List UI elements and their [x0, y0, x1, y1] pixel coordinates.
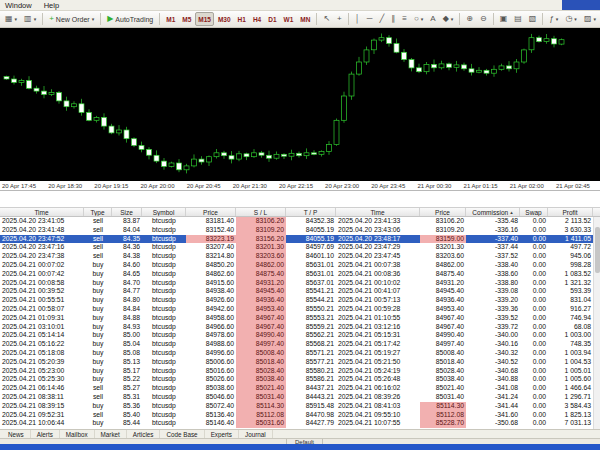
history-row[interactable]: 2025.04.21 08:39:15buy85.36btcusdp85072.… [0, 402, 600, 411]
table-scrollbar[interactable] [593, 217, 600, 429]
history-row[interactable]: 2025.04.21 00:55:51buy84.80btcusdp84926.… [0, 296, 600, 305]
column-header-close-time[interactable]: Time [336, 208, 420, 216]
history-row[interactable]: 2025.04.20 23:41:05sell83.87btcusdp83181… [0, 217, 600, 226]
column-header-symbol[interactable]: Symbol [142, 208, 186, 216]
tab-experts[interactable]: Experts [205, 430, 239, 438]
column-header-open-price[interactable]: Price [186, 208, 236, 216]
history-row[interactable]: 2025.04.21 05:25:30buy85.22btcusdp85026.… [0, 375, 600, 384]
cell-size: 84.65 [112, 270, 142, 279]
column-header-label: Size [120, 209, 133, 216]
arrow-style-button[interactable]: ◆▾ [440, 12, 457, 26]
arrange-charts-button[interactable]: ▧ [526, 12, 540, 26]
tab-news[interactable]: News [2, 430, 31, 438]
history-row[interactable]: 2025.04.21 00:07:02buy84.60btcusdp84850.… [0, 261, 600, 270]
column-header-size[interactable]: Size [112, 208, 142, 216]
indicators-button[interactable]: ƒ▾ [546, 12, 561, 26]
history-row[interactable]: 2025.04.21 01:09:31buy84.88btcusdp84958.… [0, 314, 600, 323]
history-row[interactable]: 2025.04.20 23:47:16sell84.36btcusdp83207… [0, 243, 600, 252]
vertical-line-button[interactable]: │ [352, 12, 363, 26]
cell-swap: 0.00 [520, 375, 548, 384]
history-row[interactable]: 2025.04.21 08:38:11sell85.31btcusdp85046… [0, 393, 600, 402]
fibonacci-button[interactable]: ≡ [399, 12, 410, 26]
crosshair-button[interactable]: + [334, 12, 345, 26]
cell-close-price: 84967.40 [420, 314, 466, 323]
timeframe-m5-button[interactable]: M5 [179, 12, 194, 26]
history-row[interactable]: 2025.04.21 10:06:44buy85.44btcusdp85146.… [0, 419, 600, 428]
column-header-type[interactable]: Type [84, 208, 112, 216]
cell-take-profit: 85550.21 [286, 305, 336, 314]
column-header-commission[interactable]: Commission▴ [466, 208, 520, 216]
tab-journal[interactable]: Journal [239, 430, 273, 438]
cell-stop-loss: 84931.20 [236, 279, 286, 288]
zoom-out-button[interactable]: ⊖ [477, 12, 490, 26]
history-row[interactable]: 2025.04.20 23:47:52sell84.35btcusdp83223… [0, 235, 600, 244]
column-header-close-price[interactable]: Price [420, 208, 466, 216]
history-row[interactable]: 2025.04.21 00:08:58buy84.70btcusdp84915.… [0, 279, 600, 288]
history-row[interactable]: 2025.04.21 05:18:08buy85.08btcusdp84996.… [0, 349, 600, 358]
cell-commission: -339.20 [466, 296, 520, 305]
horizontal-line-button[interactable]: ─ [364, 12, 376, 26]
history-row[interactable]: 2025.04.21 03:10:01buy84.93btcusdp84966.… [0, 323, 600, 332]
tile-windows-button[interactable]: ▣ [497, 12, 511, 26]
tab-articles[interactable]: Articles [127, 430, 161, 438]
column-header-open-time[interactable]: Time [0, 208, 84, 216]
timeframe-mn-button[interactable]: MN [297, 12, 313, 26]
profiles-button[interactable]: ▥▾ [21, 12, 39, 26]
timeframe-m15-button[interactable]: M15 [195, 12, 214, 26]
timeframe-m1-button[interactable]: M1 [163, 12, 178, 26]
cascade-windows-button[interactable]: ▤ [511, 12, 525, 26]
history-row[interactable]: 2025.04.20 23:47:38sell84.38btcusdp83214… [0, 252, 600, 261]
history-row[interactable]: 2025.04.21 05:14:14buy85.00btcusdp84978.… [0, 331, 600, 340]
timeframe-h1-button[interactable]: H1 [235, 12, 249, 26]
cell-open-price: 85016.60 [186, 367, 236, 376]
history-row[interactable]: 2025.04.21 00:58:07buy84.84btcusdp84942.… [0, 305, 600, 314]
column-header-swap[interactable]: Swap [520, 208, 548, 216]
history-row[interactable]: 2025.04.20 23:41:48sell84.04btcusdp83152… [0, 226, 600, 235]
periods-button[interactable]: ◷▾ [562, 12, 580, 26]
shapes-button[interactable]: ○▾ [411, 12, 426, 26]
tab-code-base[interactable]: Code Base [160, 430, 204, 438]
tab-mailbox[interactable]: Mailbox [60, 430, 95, 438]
autotrading-button[interactable]: ▶AutoTrading [104, 12, 156, 26]
history-row[interactable]: 2025.04.21 09:52:31sell85.40btcusdp85136… [0, 411, 600, 420]
history-row[interactable]: 2025.04.21 00:07:42buy84.65btcusdp84862.… [0, 270, 600, 279]
column-header-take-profit[interactable]: T / P [286, 208, 336, 216]
menu-item-window[interactable]: Window [5, 1, 32, 10]
history-row[interactable]: 2025.04.21 05:16:22buy85.04btcusdp84988.… [0, 340, 600, 349]
scrollbar-thumb[interactable] [595, 227, 600, 273]
history-row[interactable]: 2025.04.21 06:14:46sell85.27btcusdp85038… [0, 384, 600, 393]
channel-button[interactable]: ∥ [388, 12, 398, 26]
new-order-button[interactable]: +New Order▾ [46, 12, 97, 26]
timeframe-d1-button[interactable]: D1 [265, 12, 279, 26]
cell-type: buy [84, 419, 112, 428]
timeframe-m30-button[interactable]: M30 [215, 12, 234, 26]
cell-commission: -340.88 [466, 375, 520, 384]
new-order-button-label: New Order [56, 16, 90, 23]
column-header-stop-loss[interactable]: S / L [236, 208, 286, 216]
price-chart[interactable] [0, 28, 600, 181]
cell-open-time: 2025.04.21 00:55:51 [0, 296, 84, 305]
tab-alerts[interactable]: Alerts [31, 430, 60, 438]
cell-swap: 0.00 [520, 261, 548, 270]
timeframe-w1-button[interactable]: W1 [281, 12, 297, 26]
zoom-in-button[interactable]: ⊕ [463, 12, 476, 26]
cell-profit: 1 005.60 [548, 375, 593, 384]
cursor-button[interactable]: ↖ [320, 12, 333, 26]
cell-symbol: btcusdp [142, 252, 186, 261]
cell-stop-loss: 83201.30 [236, 243, 286, 252]
trendline-button[interactable]: ╱ [376, 12, 387, 26]
cell-close-price: 84875.40 [420, 270, 466, 279]
history-row[interactable]: 2025.04.21 05:23:00buy85.17btcusdp85016.… [0, 367, 600, 376]
panel-splitter[interactable] [0, 191, 600, 207]
column-header-profit[interactable]: Profit [548, 208, 593, 216]
timeframe-h4-button[interactable]: H4 [250, 12, 264, 26]
tab-market[interactable]: Market [95, 430, 127, 438]
cell-open-time: 2025.04.20 23:41:48 [0, 226, 84, 235]
history-row[interactable]: 2025.04.21 00:39:52buy84.77btcusdp84938.… [0, 287, 600, 296]
templates-button[interactable]: ▨▾ [581, 12, 599, 26]
history-row[interactable]: 2025.04.21 05:20:39buy85.13btcusdp85006.… [0, 358, 600, 367]
menu-item-help[interactable]: Help [44, 1, 59, 10]
text-button[interactable]: A [427, 12, 438, 26]
taskbar-strip [0, 444, 600, 450]
new-chart-button[interactable]: ▦▾ [2, 12, 20, 26]
